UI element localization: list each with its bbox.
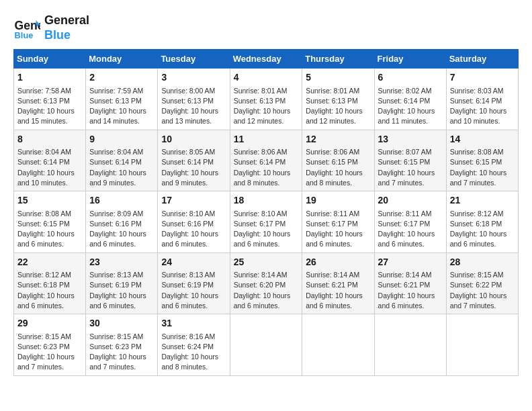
day-number: 10 — [161, 133, 226, 146]
day-info: Sunrise: 8:06 AM Sunset: 6:15 PM Dayligh… — [306, 147, 370, 188]
weekday-header: Monday — [86, 50, 158, 68]
day-number: 23 — [89, 256, 154, 269]
calendar-cell: 6 Sunrise: 8:02 AM Sunset: 6:14 PM Dayli… — [374, 68, 446, 130]
svg-text:Blue: Blue — [15, 30, 34, 40]
calendar-cell: 16 Sunrise: 8:09 AM Sunset: 6:16 PM Dayl… — [86, 191, 158, 253]
weekday-header: Saturday — [446, 50, 518, 68]
calendar-cell: 30 Sunrise: 8:15 AM Sunset: 6:23 PM Dayl… — [86, 314, 158, 375]
calendar-week-row: 15 Sunrise: 8:08 AM Sunset: 6:15 PM Dayl… — [14, 191, 519, 253]
day-info: Sunrise: 8:04 AM Sunset: 6:14 PM Dayligh… — [89, 147, 154, 188]
calendar-cell: 20 Sunrise: 8:11 AM Sunset: 6:17 PM Dayl… — [374, 191, 446, 253]
logo-text: General Blue — [44, 13, 89, 42]
day-info: Sunrise: 8:11 AM Sunset: 6:17 PM Dayligh… — [306, 209, 370, 250]
day-info: Sunrise: 8:15 AM Sunset: 6:23 PM Dayligh… — [17, 332, 82, 373]
day-info: Sunrise: 8:01 AM Sunset: 6:13 PM Dayligh… — [234, 86, 299, 127]
day-info: Sunrise: 8:14 AM Sunset: 6:21 PM Dayligh… — [378, 270, 443, 311]
day-number: 19 — [306, 194, 370, 208]
calendar-cell — [374, 314, 446, 375]
day-number: 2 — [89, 71, 154, 85]
calendar-cell: 15 Sunrise: 8:08 AM Sunset: 6:15 PM Dayl… — [14, 191, 86, 253]
day-number: 4 — [234, 71, 299, 85]
day-number: 31 — [161, 317, 226, 330]
calendar-cell: 3 Sunrise: 8:00 AM Sunset: 6:13 PM Dayli… — [158, 68, 230, 130]
calendar-cell: 23 Sunrise: 8:13 AM Sunset: 6:19 PM Dayl… — [86, 253, 158, 314]
day-number: 18 — [234, 194, 299, 208]
day-number: 8 — [17, 133, 82, 146]
calendar-cell: 21 Sunrise: 8:12 AM Sunset: 6:18 PM Dayl… — [446, 191, 518, 253]
calendar-cell: 27 Sunrise: 8:14 AM Sunset: 6:21 PM Dayl… — [374, 253, 446, 314]
day-info: Sunrise: 7:58 AM Sunset: 6:13 PM Dayligh… — [17, 86, 82, 127]
calendar-cell: 10 Sunrise: 8:05 AM Sunset: 6:14 PM Dayl… — [158, 130, 230, 191]
calendar-cell: 2 Sunrise: 7:59 AM Sunset: 6:13 PM Dayli… — [86, 68, 158, 130]
calendar-week-row: 22 Sunrise: 8:12 AM Sunset: 6:18 PM Dayl… — [14, 253, 519, 314]
calendar-cell: 11 Sunrise: 8:06 AM Sunset: 6:14 PM Dayl… — [230, 130, 302, 191]
day-info: Sunrise: 8:08 AM Sunset: 6:15 PM Dayligh… — [450, 147, 515, 188]
day-info: Sunrise: 8:05 AM Sunset: 6:14 PM Dayligh… — [161, 147, 226, 188]
day-info: Sunrise: 8:06 AM Sunset: 6:14 PM Dayligh… — [234, 147, 299, 188]
day-number: 6 — [378, 71, 443, 85]
calendar-cell: 25 Sunrise: 8:14 AM Sunset: 6:20 PM Dayl… — [230, 253, 302, 314]
day-number: 12 — [306, 133, 370, 146]
calendar-cell — [302, 314, 374, 375]
day-number: 26 — [306, 256, 370, 269]
day-info: Sunrise: 8:09 AM Sunset: 6:16 PM Dayligh… — [89, 209, 154, 250]
day-info: Sunrise: 8:13 AM Sunset: 6:19 PM Dayligh… — [89, 270, 154, 311]
calendar-cell: 18 Sunrise: 8:10 AM Sunset: 6:17 PM Dayl… — [230, 191, 302, 253]
day-info: Sunrise: 8:15 AM Sunset: 6:22 PM Dayligh… — [450, 270, 515, 311]
calendar-week-row: 8 Sunrise: 8:04 AM Sunset: 6:14 PM Dayli… — [14, 130, 519, 191]
day-number: 11 — [234, 133, 299, 146]
weekday-header: Sunday — [14, 50, 86, 68]
day-info: Sunrise: 8:12 AM Sunset: 6:18 PM Dayligh… — [17, 270, 82, 311]
calendar-week-row: 1 Sunrise: 7:58 AM Sunset: 6:13 PM Dayli… — [14, 68, 519, 130]
day-number: 20 — [378, 194, 443, 208]
day-number: 7 — [450, 71, 515, 85]
logo: General Blue General Blue — [13, 13, 89, 42]
day-info: Sunrise: 7:59 AM Sunset: 6:13 PM Dayligh… — [89, 86, 154, 127]
calendar-header-row: SundayMondayTuesdayWednesdayThursdayFrid… — [14, 50, 519, 68]
day-info: Sunrise: 8:14 AM Sunset: 6:21 PM Dayligh… — [306, 270, 370, 311]
day-info: Sunrise: 8:03 AM Sunset: 6:14 PM Dayligh… — [450, 86, 515, 127]
weekday-header: Wednesday — [230, 50, 302, 68]
day-number: 17 — [161, 194, 226, 208]
weekday-header: Tuesday — [158, 50, 230, 68]
calendar-cell: 14 Sunrise: 8:08 AM Sunset: 6:15 PM Dayl… — [446, 130, 518, 191]
weekday-header: Thursday — [302, 50, 374, 68]
day-number: 30 — [89, 317, 154, 330]
day-info: Sunrise: 8:07 AM Sunset: 6:15 PM Dayligh… — [378, 147, 443, 188]
calendar-cell — [230, 314, 302, 375]
day-info: Sunrise: 8:00 AM Sunset: 6:13 PM Dayligh… — [161, 86, 226, 127]
day-number: 21 — [450, 194, 515, 208]
logo-icon: General Blue — [13, 15, 40, 42]
calendar-cell: 8 Sunrise: 8:04 AM Sunset: 6:14 PM Dayli… — [14, 130, 86, 191]
day-info: Sunrise: 8:08 AM Sunset: 6:15 PM Dayligh… — [17, 209, 82, 250]
day-info: Sunrise: 8:14 AM Sunset: 6:20 PM Dayligh… — [234, 270, 299, 311]
calendar-cell: 28 Sunrise: 8:15 AM Sunset: 6:22 PM Dayl… — [446, 253, 518, 314]
day-number: 14 — [450, 133, 515, 146]
day-number: 29 — [17, 317, 82, 330]
calendar-cell: 1 Sunrise: 7:58 AM Sunset: 6:13 PM Dayli… — [14, 68, 86, 130]
day-number: 28 — [450, 256, 515, 269]
calendar-cell: 26 Sunrise: 8:14 AM Sunset: 6:21 PM Dayl… — [302, 253, 374, 314]
calendar-cell: 29 Sunrise: 8:15 AM Sunset: 6:23 PM Dayl… — [14, 314, 86, 375]
calendar-cell: 22 Sunrise: 8:12 AM Sunset: 6:18 PM Dayl… — [14, 253, 86, 314]
day-number: 3 — [161, 71, 226, 85]
day-info: Sunrise: 8:04 AM Sunset: 6:14 PM Dayligh… — [17, 147, 82, 188]
calendar-cell: 19 Sunrise: 8:11 AM Sunset: 6:17 PM Dayl… — [302, 191, 374, 253]
calendar-cell — [446, 314, 518, 375]
calendar-cell: 9 Sunrise: 8:04 AM Sunset: 6:14 PM Dayli… — [86, 130, 158, 191]
calendar-cell: 24 Sunrise: 8:13 AM Sunset: 6:19 PM Dayl… — [158, 253, 230, 314]
day-number: 9 — [89, 133, 154, 146]
page-header: General Blue General Blue — [13, 13, 519, 42]
calendar-cell: 7 Sunrise: 8:03 AM Sunset: 6:14 PM Dayli… — [446, 68, 518, 130]
day-number: 5 — [306, 71, 370, 85]
weekday-header: Friday — [374, 50, 446, 68]
calendar-cell: 5 Sunrise: 8:01 AM Sunset: 6:13 PM Dayli… — [302, 68, 374, 130]
day-number: 15 — [17, 194, 82, 208]
day-info: Sunrise: 8:02 AM Sunset: 6:14 PM Dayligh… — [378, 86, 443, 127]
day-number: 25 — [234, 256, 299, 269]
day-info: Sunrise: 8:01 AM Sunset: 6:13 PM Dayligh… — [306, 86, 370, 127]
calendar-cell: 13 Sunrise: 8:07 AM Sunset: 6:15 PM Dayl… — [374, 130, 446, 191]
calendar-cell: 4 Sunrise: 8:01 AM Sunset: 6:13 PM Dayli… — [230, 68, 302, 130]
calendar-cell: 12 Sunrise: 8:06 AM Sunset: 6:15 PM Dayl… — [302, 130, 374, 191]
day-info: Sunrise: 8:10 AM Sunset: 6:17 PM Dayligh… — [234, 209, 299, 250]
